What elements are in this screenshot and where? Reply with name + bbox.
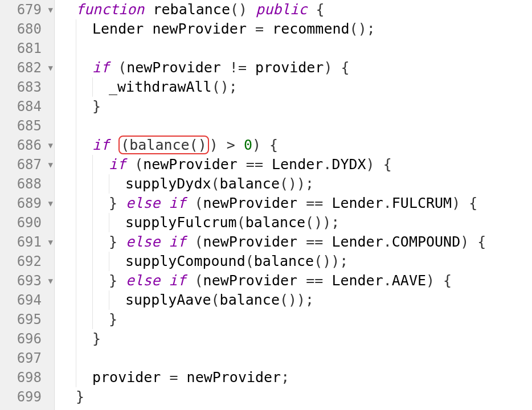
- gutter-row[interactable]: 699: [0, 387, 54, 407]
- line-number: 698: [17, 368, 52, 387]
- code-line[interactable]: }: [59, 97, 532, 116]
- gutter-row[interactable]: 682▼: [0, 58, 54, 77]
- type-lender: Lender: [92, 20, 144, 37]
- keyword-if: if: [92, 59, 109, 76]
- gutter-row[interactable]: 685: [0, 116, 54, 136]
- type-lender: Lender: [332, 195, 383, 211]
- code-line[interactable]: if (newProvider != provider) {: [59, 58, 532, 77]
- line-number: 693: [17, 271, 52, 290]
- line-number: 696: [17, 329, 52, 348]
- gutter-row[interactable]: 688: [0, 174, 54, 194]
- fold-icon[interactable]: ▼: [48, 6, 53, 14]
- fold-icon[interactable]: ▼: [48, 161, 53, 169]
- code-area[interactable]: function rebalance() public { Lender new…: [55, 0, 532, 410]
- keyword-else: else: [126, 272, 160, 289]
- type-lender: Lender: [332, 272, 383, 289]
- line-number: 684: [17, 97, 52, 116]
- fn-balance: balance: [220, 292, 280, 308]
- enum-dydx: DYDX: [332, 156, 366, 173]
- code-line[interactable]: }: [59, 387, 532, 407]
- line-number: 695: [17, 310, 52, 329]
- gutter-row[interactable]: 686▼: [0, 136, 54, 155]
- ident-newprovider: newProvider: [203, 272, 298, 289]
- fn-recommend: recommend: [272, 20, 349, 37]
- gutter-row[interactable]: 698: [0, 368, 54, 387]
- code-line[interactable]: if (balance()) > 0) {: [59, 136, 532, 155]
- code-line[interactable]: [59, 39, 532, 58]
- line-number: 697: [17, 348, 52, 368]
- gutter-row[interactable]: 692: [0, 252, 54, 271]
- gutter-row[interactable]: 690: [0, 213, 54, 232]
- code-line[interactable]: [59, 116, 532, 136]
- enum-fulcrum: FULCRUM: [392, 195, 452, 211]
- keyword-if: if: [169, 195, 186, 211]
- line-number: 683: [17, 77, 52, 97]
- fold-icon[interactable]: ▼: [48, 238, 53, 246]
- gutter-row[interactable]: 696: [0, 329, 54, 348]
- code-line[interactable]: _withdrawAll();: [59, 77, 532, 97]
- line-number: 688: [17, 174, 52, 194]
- line-number: 691: [17, 232, 52, 252]
- line-number: 680: [17, 19, 52, 39]
- code-line[interactable]: if (newProvider == Lender.DYDX) {: [59, 155, 532, 174]
- num-zero: 0: [244, 137, 252, 153]
- highlighted-span: (balance(): [118, 136, 209, 154]
- keyword-else: else: [126, 233, 160, 250]
- ident-newprovider: newProvider: [152, 20, 247, 37]
- gutter-row[interactable]: 693▼: [0, 271, 54, 290]
- fold-icon[interactable]: ▼: [48, 199, 53, 207]
- gutter-row[interactable]: 684: [0, 97, 54, 116]
- gutter-row[interactable]: 695: [0, 310, 54, 329]
- ident-newprovider: newProvider: [203, 195, 298, 211]
- line-number: 692: [17, 252, 52, 271]
- fold-icon[interactable]: ▼: [48, 64, 53, 72]
- code-line[interactable]: function rebalance() public {: [59, 0, 532, 19]
- fold-icon[interactable]: ▼: [48, 277, 53, 285]
- type-lender: Lender: [272, 156, 323, 173]
- fold-icon[interactable]: ▼: [48, 141, 53, 149]
- ident-newprovider: newProvider: [126, 59, 221, 76]
- code-line[interactable]: } else if (newProvider == Lender.COMPOUN…: [59, 232, 532, 252]
- code-line[interactable]: supplyDydx(balance());: [59, 174, 532, 194]
- line-number: 686: [17, 136, 52, 155]
- fn-balance: balance: [220, 175, 280, 192]
- code-line[interactable]: [59, 348, 532, 368]
- code-line[interactable]: } else if (newProvider == Lender.FULCRUM…: [59, 194, 532, 213]
- code-line[interactable]: provider = newProvider;: [59, 368, 532, 387]
- code-line[interactable]: supplyFulcrum(balance());: [59, 213, 532, 232]
- ident-newprovider: newProvider: [187, 369, 281, 386]
- keyword-if: if: [169, 233, 186, 250]
- keyword-if: if: [169, 272, 186, 289]
- code-line[interactable]: Lender newProvider = recommend();: [59, 19, 532, 39]
- keyword-function: function: [76, 1, 144, 18]
- enum-aave: AAVE: [392, 272, 426, 289]
- fn-supplyaave: supplyAave: [125, 292, 211, 308]
- gutter-row[interactable]: 691▼: [0, 232, 54, 252]
- gutter-row[interactable]: 697: [0, 348, 54, 368]
- line-number: 689: [17, 194, 52, 213]
- code-line[interactable]: }: [59, 329, 532, 348]
- gutter-row[interactable]: 680: [0, 19, 54, 39]
- fn-supplycompound: supplyCompound: [125, 253, 245, 269]
- gutter-row[interactable]: 687▼: [0, 155, 54, 174]
- code-line[interactable]: }: [59, 310, 532, 329]
- gutter-row[interactable]: 679▼: [0, 0, 54, 19]
- gutter-row[interactable]: 683: [0, 77, 54, 97]
- line-number: 699: [17, 387, 52, 407]
- line-number: 682: [17, 58, 52, 77]
- line-number: 694: [17, 290, 52, 310]
- fn-supplydydx: supplyDydx: [125, 175, 211, 192]
- gutter-row[interactable]: 694: [0, 290, 54, 310]
- ident-provider: provider: [255, 59, 324, 76]
- line-number-gutter[interactable]: 679▼ 680 681 682▼ 683 684 685 686▼ 687▼ …: [0, 0, 55, 410]
- gutter-row[interactable]: 681: [0, 39, 54, 58]
- fn-balance: balance: [245, 214, 305, 231]
- fn-balance: balance: [254, 253, 314, 269]
- keyword-if: if: [92, 137, 109, 153]
- code-line[interactable]: supplyAave(balance());: [59, 290, 532, 310]
- code-line[interactable]: } else if (newProvider == Lender.AAVE) {: [59, 271, 532, 290]
- gutter-row[interactable]: 689▼: [0, 194, 54, 213]
- line-number: 690: [17, 213, 52, 232]
- code-line[interactable]: supplyCompound(balance());: [59, 252, 532, 271]
- line-number: 687: [17, 155, 52, 174]
